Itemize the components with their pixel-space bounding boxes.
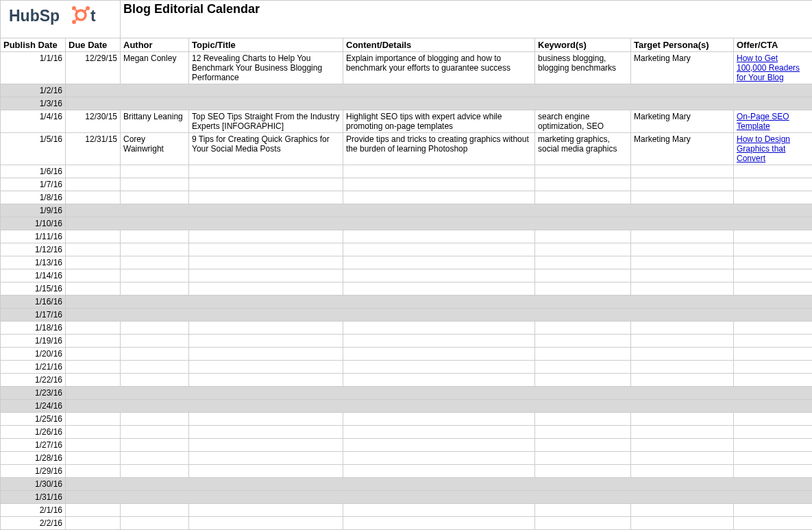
author-cell [121,256,189,269]
empty-shaded-cell [66,400,813,413]
author-cell [121,452,189,465]
content-cell [343,269,535,282]
page-title: Blog Editorial Calendar [121,1,813,38]
author-cell [121,348,189,361]
due-date-cell: 12/29/15 [66,52,121,84]
persona-cell [631,230,734,243]
persona-cell [631,361,734,374]
publish-date-cell: 2/2/16 [1,517,66,530]
table-row: 1/20/16 [1,348,813,361]
keywords-cell [535,426,631,439]
topic-cell [189,361,343,374]
due-date-cell [66,413,121,426]
empty-shaded-cell [66,309,813,322]
publish-date-cell: 1/8/16 [1,191,66,204]
due-date-cell [66,452,121,465]
publish-date-cell: 1/7/16 [1,178,66,191]
table-row: 1/5/1612/31/15Corey Wainwright9 Tips for… [1,133,813,165]
due-date-cell [66,348,121,361]
due-date-cell [66,178,121,191]
brand-logo-cell: HubSp t [1,1,121,38]
topic-cell [189,322,343,335]
topic-cell [189,413,343,426]
keywords-cell [535,361,631,374]
due-date-cell [66,426,121,439]
due-date-cell [66,439,121,452]
publish-date-cell: 1/13/16 [1,256,66,269]
publish-date-cell: 1/11/16 [1,230,66,243]
keywords-cell [535,348,631,361]
hubspot-logo-icon: HubSp t [9,2,112,29]
content-cell [343,361,535,374]
col-header-content: Content/Details [343,38,535,52]
author-cell [121,165,189,178]
publish-date-cell: 1/6/16 [1,165,66,178]
topic-cell: Top SEO Tips Straight From the Industry … [189,110,343,133]
svg-point-3 [72,20,76,24]
content-cell [343,413,535,426]
empty-shaded-cell [66,296,813,309]
topic-cell [189,282,343,296]
due-date-cell [66,504,121,517]
offer-link[interactable]: How to Get 100,000 Readers for Your Blog [737,53,800,82]
publish-date-cell: 1/21/16 [1,361,66,374]
keywords-cell [535,413,631,426]
offer-cell [734,178,813,191]
empty-shaded-cell [66,84,813,97]
topic-cell [189,256,343,269]
topic-cell [189,191,343,204]
empty-shaded-cell [66,97,813,110]
offer-cell[interactable]: How to Get 100,000 Readers for Your Blog [734,52,813,84]
due-date-cell [66,165,121,178]
table-row: 1/24/16 [1,400,813,413]
author-cell [121,191,189,204]
topic-cell [189,243,343,256]
content-cell [343,465,535,478]
col-header-publish: Publish Date [1,38,66,52]
table-row: 1/30/16 [1,478,813,491]
publish-date-cell: 1/27/16 [1,439,66,452]
persona-cell [631,452,734,465]
persona-cell [631,374,734,387]
table-row: 1/1/1612/29/15Megan Conley12 Revealing C… [1,52,813,84]
offer-cell [734,256,813,269]
content-cell: Provide tips and tricks to creating grap… [343,133,535,165]
due-date-cell [66,256,121,269]
publish-date-cell: 1/14/16 [1,269,66,282]
author-cell [121,335,189,348]
offer-cell[interactable]: How to Design Graphics that Convert [734,133,813,165]
author-cell [121,504,189,517]
publish-date-cell: 1/1/16 [1,52,66,84]
publish-date-cell: 1/22/16 [1,374,66,387]
topic-cell [189,452,343,465]
offer-cell [734,413,813,426]
keywords-cell [535,335,631,348]
offer-link[interactable]: On-Page SEO Template [737,112,789,131]
keywords-cell [535,191,631,204]
topic-cell [189,426,343,439]
offer-cell[interactable]: On-Page SEO Template [734,110,813,133]
offer-cell [734,465,813,478]
content-cell [343,504,535,517]
offer-link[interactable]: How to Design Graphics that Convert [737,134,790,163]
keywords-cell [535,282,631,296]
persona-cell [631,178,734,191]
table-row: 1/28/16 [1,452,813,465]
empty-shaded-cell [66,217,813,230]
topic-cell [189,178,343,191]
table-row: 1/27/16 [1,439,813,452]
persona-cell [631,269,734,282]
keywords-cell [535,243,631,256]
topic-cell [189,439,343,452]
empty-shaded-cell [66,478,813,491]
table-row: 1/26/16 [1,426,813,439]
publish-date-cell: 1/18/16 [1,322,66,335]
table-row: 2/1/16 [1,504,813,517]
persona-cell [631,504,734,517]
content-cell [343,348,535,361]
table-row: 1/25/16 [1,413,813,426]
table-row: 1/22/16 [1,374,813,387]
table-row: 1/9/16 [1,204,813,217]
keywords-cell: marketing graphics, social media graphic… [535,133,631,165]
persona-cell [631,243,734,256]
